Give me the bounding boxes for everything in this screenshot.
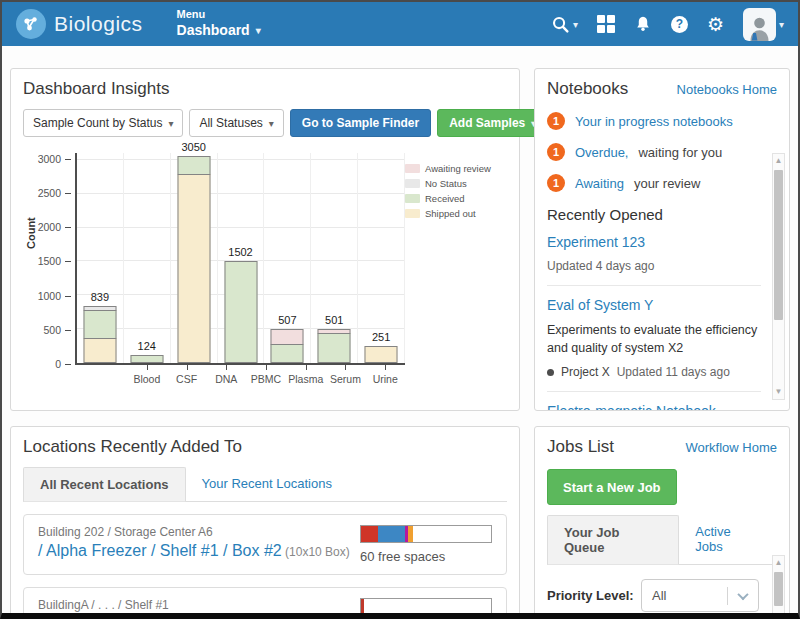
bar-segment-received[interactable]	[224, 261, 257, 363]
recent-notebook-link[interactable]: Eval of System Y	[547, 297, 653, 313]
go-to-sample-finder-button[interactable]: Go to Sample Finder	[290, 109, 431, 137]
app-window: Biologics Menu Dashboard ▾ ▾	[0, 0, 800, 619]
chart-column: 124	[124, 153, 171, 363]
chart-legend: Awaiting reviewNo StatusReceivedShipped …	[405, 153, 507, 385]
bar-segment-shipped-out[interactable]	[365, 346, 398, 363]
notebooks-home-link[interactable]: Notebooks Home	[677, 82, 777, 97]
bar-value-label: 3050	[181, 141, 205, 153]
y-tick-mark	[65, 364, 71, 365]
tab-your-job-queue[interactable]: Your Job Queue	[547, 515, 679, 565]
recent-notebook-link[interactable]: Electro-magnetic Notebook	[547, 403, 716, 411]
menu-dropdown[interactable]: Menu Dashboard ▾	[177, 8, 261, 39]
bar-segment-shipped-out[interactable]	[177, 174, 210, 363]
bar-segment-received[interactable]	[318, 333, 351, 363]
scroll-thumb[interactable]	[774, 572, 783, 606]
bar-segment-awaiting-review[interactable]	[271, 329, 304, 346]
stacked-bar[interactable]	[224, 261, 257, 363]
y-tick-mark	[65, 227, 71, 228]
y-tick-label: 3000	[38, 153, 61, 165]
brand-name: Biologics	[54, 12, 143, 36]
bar-segment-received[interactable]	[271, 344, 304, 363]
help-icon[interactable]: ?	[671, 16, 688, 33]
bar-value-label: 124	[138, 340, 156, 352]
bar-segment-received[interactable]	[83, 310, 116, 339]
bar-value-label: 1502	[228, 246, 252, 258]
chevron-down-icon: ▾	[168, 118, 173, 129]
scroll-up-icon[interactable]: ▲	[775, 556, 783, 570]
start-new-job-label: Start a New Job	[563, 480, 661, 495]
legend-label: No Status	[425, 178, 467, 189]
workflow-home-link[interactable]: Workflow Home	[685, 440, 777, 455]
x-tick-mark	[187, 365, 188, 370]
scroll-down-icon[interactable]: ▼	[775, 385, 783, 399]
search-icon[interactable]: ▾	[551, 15, 578, 34]
location-card[interactable]: Building 202 / Storage Center A6/ Alpha …	[23, 514, 507, 575]
bar-segment-received[interactable]	[177, 156, 210, 175]
recent-notebook-link[interactable]: Experiment 123	[547, 234, 645, 250]
settings-gear-icon[interactable]: ⚙	[707, 15, 724, 34]
count-badge: 1	[547, 143, 565, 161]
x-tick-label: Serum	[326, 365, 366, 385]
chart-column: 1502	[218, 153, 265, 363]
location-link[interactable]: / Alpha Freezer / Shelf #1 / Box #2	[38, 542, 282, 559]
bar-segment-received[interactable]	[130, 355, 163, 363]
jobs-scrollbar[interactable]: ▲	[772, 555, 785, 619]
stacked-bar[interactable]	[130, 355, 163, 363]
location-card[interactable]: BuildingA / . . . / Shelf #1	[23, 587, 507, 619]
apps-grid-icon[interactable]	[597, 15, 615, 33]
scroll-thumb[interactable]	[774, 170, 783, 320]
stacked-bar[interactable]	[318, 329, 351, 363]
bar-segment-shipped-out[interactable]	[83, 338, 116, 363]
scroll-up-icon[interactable]: ▲	[775, 154, 783, 168]
chart-type-dropdown[interactable]: Sample Count by Status ▾	[23, 109, 183, 137]
legend-label: Awaiting review	[425, 163, 491, 174]
user-avatar[interactable]: ▾	[743, 8, 784, 41]
capacity-bar	[360, 598, 492, 616]
y-tick-mark	[65, 193, 71, 194]
count-badge: 1	[547, 174, 565, 192]
notebook-status-item[interactable]: 1Awaiting your review	[547, 174, 761, 192]
navbar-actions: ▾ ? ⚙ ▾	[551, 8, 784, 41]
notebooks-scrollbar[interactable]: ▲ ▼	[772, 153, 785, 400]
notebook-status-link[interactable]: Your in progress notebooks	[575, 114, 733, 129]
notebook-status-item[interactable]: 1Overdue, waiting for you	[547, 143, 761, 161]
chart-column: 251	[358, 153, 405, 363]
stacked-bar[interactable]	[83, 306, 116, 363]
stacked-bar[interactable]	[271, 329, 304, 363]
notifications-bell-icon[interactable]	[634, 15, 652, 33]
project-dot-icon	[547, 369, 554, 376]
stacked-bar[interactable]	[177, 156, 210, 363]
notebooks-title: Notebooks	[547, 79, 628, 99]
legend-label: Received	[425, 193, 465, 204]
notebook-status-link[interactable]: Overdue,	[575, 145, 628, 160]
tab-active-jobs[interactable]: Active Jobs	[679, 515, 777, 565]
capacity-bar-segment	[361, 599, 364, 615]
priority-level-select[interactable]: All	[641, 579, 759, 612]
page-content: Dashboard Insights Sample Count by Statu…	[2, 46, 798, 619]
location-path-parents: BuildingA / . . . / Shelf #1	[38, 598, 350, 612]
add-samples-button[interactable]: Add Samples ▾	[437, 109, 548, 137]
x-tick-label: CSF	[167, 365, 207, 385]
project-name: Project X	[561, 365, 610, 379]
x-tick-label: Plasma	[286, 365, 326, 385]
notebook-status-link[interactable]: Awaiting	[575, 176, 624, 191]
chevron-down-icon: ▾	[779, 19, 784, 30]
notebook-status-item[interactable]: 1Your in progress notebooks	[547, 112, 761, 130]
y-tick-mark	[65, 330, 71, 331]
tab-all-recent-locations[interactable]: All Recent Locations	[23, 467, 186, 502]
brand[interactable]: Biologics	[16, 9, 143, 39]
stacked-bar[interactable]	[365, 346, 398, 363]
location-path-line: / Alpha Freezer / Shelf #1 / Box #2 (10x…	[38, 542, 350, 560]
add-samples-label: Add Samples	[449, 116, 525, 130]
location-box-size: (10x10 Box)	[282, 545, 350, 559]
location-capacity	[360, 598, 492, 616]
recent-notebook-item: Experiment 123Updated 4 days ago	[547, 223, 761, 285]
chart-column: 501	[311, 153, 358, 363]
y-tick-label: 1500	[38, 255, 61, 267]
tab-your-recent-locations[interactable]: Your Recent Locations	[186, 467, 348, 502]
start-new-job-button[interactable]: Start a New Job	[547, 469, 677, 505]
sample-status-chart: Count 050010001500200025003000 839124305…	[23, 153, 507, 385]
status-filter-dropdown[interactable]: All Statuses ▾	[189, 109, 283, 137]
recently-opened-list: Experiment 123Updated 4 days agoEval of …	[547, 223, 761, 411]
updated-label: Updated 11 days ago	[617, 365, 730, 379]
